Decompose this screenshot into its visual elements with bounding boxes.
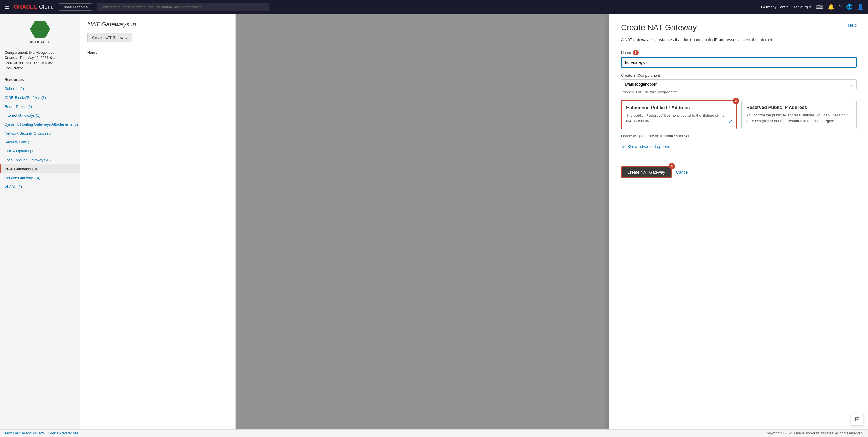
ephemeral-desc: The public IP address' lifetime is bound… xyxy=(626,113,732,124)
reserved-title: Reserved Public IP Address xyxy=(746,105,851,110)
sidebar-item-dynamic-routing[interactable]: Dynamic Routing Gateways Attachments (0) xyxy=(0,120,80,129)
create-button-wrapper: Create NAT Gateway 3 xyxy=(621,167,672,178)
name-badge: 1 xyxy=(633,50,639,56)
oracle-text: ORACLE xyxy=(14,4,37,10)
search-input[interactable] xyxy=(97,3,269,11)
notification-icon[interactable]: 🔔 xyxy=(828,4,834,10)
vcn-status-section: AVAILABLE xyxy=(0,19,80,48)
dialog-title: Create NAT Gateway xyxy=(621,23,697,32)
sidebar-item-nat-gateways[interactable]: NAT Gateways (0) xyxy=(0,165,80,173)
terms-link[interactable]: Terms of Use and Privacy xyxy=(5,431,44,435)
region-selector[interactable]: Germany Central (Frankfurt) ▾ xyxy=(761,5,811,9)
cancel-button[interactable]: Cancel xyxy=(676,170,689,175)
footer-left: Terms of Use and Privacy Cookie Preferen… xyxy=(5,431,78,435)
vcn-ipv6: IPv6 Prefix: - xyxy=(5,66,75,70)
sidebar-item-dhcp-options[interactable]: DHCP Options (1) xyxy=(0,147,80,155)
sidebar: AVAILABLE Compartment: IwanHoogendo... C… xyxy=(0,14,81,437)
resources-heading: Resources xyxy=(0,74,80,84)
ephemeral-ip-option[interactable]: 2 Ephemeral Public IP Address The public… xyxy=(621,100,737,129)
compartment-select[interactable]: IwanHoogendoorn xyxy=(621,79,857,89)
dialog-footer: Create NAT Gateway 3 Cancel xyxy=(621,161,857,178)
compartment-label: Create In Compartment xyxy=(621,73,857,78)
help-icon[interactable]: ? xyxy=(839,4,842,10)
vcn-status-label: AVAILABLE xyxy=(5,40,75,44)
cloud-text: Cloud xyxy=(39,4,54,10)
sidebar-item-vlans[interactable]: VLANs (0) xyxy=(0,182,80,191)
create-nat-gateway-submit-button[interactable]: Create NAT Gateway xyxy=(621,167,672,178)
help-widget-icon: ⊞ xyxy=(855,416,860,423)
vcn-hexagon-icon xyxy=(30,21,50,38)
sidebar-item-local-peering[interactable]: Local Peering Gateways (0) xyxy=(0,155,80,165)
oracle-logo: ORACLE Cloud xyxy=(14,4,54,10)
oracle-generate-text: Oracle will generate an IP address for y… xyxy=(621,134,857,138)
user-avatar[interactable]: 👤 xyxy=(857,4,863,10)
sidebar-item-subnets[interactable]: Subnets (2) xyxy=(0,84,80,93)
show-advanced-options[interactable]: ⚙ Show advanced options xyxy=(621,144,857,149)
main-container: AVAILABLE Compartment: IwanHoogendo... C… xyxy=(0,14,868,437)
vcn-compartment: Compartment: IwanHoogendo... xyxy=(5,51,75,55)
ephemeral-title: Ephemeral Public IP Address xyxy=(626,105,732,110)
compartment-form-group: Create In Compartment IwanHoogendoorn (r… xyxy=(621,73,857,94)
ephemeral-check-icon: ✓ xyxy=(728,119,733,125)
create-badge: 3 xyxy=(669,163,675,169)
content-area: NAT Gateways in... Create NAT Gateway Na… xyxy=(81,14,868,437)
ip-type-form-group: 2 Ephemeral Public IP Address The public… xyxy=(621,100,857,138)
vcn-created: Created: Thu, May 16, 2024, 0... xyxy=(5,56,75,60)
code-icon[interactable]: ⌨ xyxy=(816,4,823,10)
top-navigation: ☰ ORACLE Cloud Cloud Classic > Germany C… xyxy=(0,0,868,14)
dialog-header: Create NAT Gateway Help xyxy=(621,23,857,32)
nat-table-header: Name xyxy=(87,48,228,57)
bottom-bar: Terms of Use and Privacy Cookie Preferen… xyxy=(0,429,868,437)
reserved-ip-option[interactable]: Reserved Public IP Address You control t… xyxy=(741,100,857,129)
nat-gateways-panel: NAT Gateways in... Create NAT Gateway Na… xyxy=(81,14,236,437)
reserved-desc: You control the public IP address' lifet… xyxy=(746,112,851,124)
vcn-ipv4: IPv4 CIDR Block: 172.16.0.0/2... xyxy=(5,61,75,65)
create-nat-gateway-button[interactable]: Create NAT Gateway xyxy=(87,33,132,42)
nav-right-actions: Germany Central (Frankfurt) ▾ ⌨ 🔔 ? 🌐 👤 xyxy=(761,4,863,10)
globe-icon[interactable]: 🌐 xyxy=(846,4,852,10)
advanced-options-icon: ⚙ xyxy=(621,144,625,149)
name-label: Name 1 xyxy=(621,50,857,56)
sidebar-item-network-security[interactable]: Network Security Groups (0) xyxy=(0,129,80,138)
sidebar-item-internet-gateways[interactable]: Internet Gateways (1) xyxy=(0,111,80,120)
dialog-description: A NAT gateway lets instances that don't … xyxy=(621,37,857,43)
compartment-select-wrapper: IwanHoogendoorn xyxy=(621,79,857,89)
sidebar-item-cidr[interactable]: CIDR Blocks/Prefixes (1) xyxy=(0,93,80,102)
cloud-classic-button[interactable]: Cloud Classic > xyxy=(59,3,92,11)
footer-copyright: Copyright © 2024, Oracle and/or its affi… xyxy=(766,431,863,435)
dialog-overlay[interactable]: Create NAT Gateway Help A NAT gateway le… xyxy=(236,14,868,437)
vcn-details: Compartment: IwanHoogendo... Created: Th… xyxy=(0,48,80,74)
gateway-name-input[interactable] xyxy=(621,57,857,67)
cookie-preferences-link[interactable]: Cookie Preferences xyxy=(48,431,78,435)
help-widget[interactable]: ⊞ xyxy=(851,413,863,426)
ip-options-container: 2 Ephemeral Public IP Address The public… xyxy=(621,100,857,129)
sidebar-item-route-tables[interactable]: Route Tables (1) xyxy=(0,102,80,111)
help-link[interactable]: Help xyxy=(848,23,857,28)
sidebar-item-service-gateways[interactable]: Service Gateways (0) xyxy=(0,173,80,182)
name-form-group: Name 1 xyxy=(621,50,857,67)
nat-table-empty xyxy=(87,57,228,66)
sidebar-item-security-lists[interactable]: Security Lists (1) xyxy=(0,138,80,147)
compartment-hint: (root)/NETWORK/IwanHoogendoorn xyxy=(621,90,857,94)
nat-panel-title: NAT Gateways in... xyxy=(87,21,228,28)
create-nat-dialog: Create NAT Gateway Help A NAT gateway le… xyxy=(610,14,868,437)
ip-section-badge: 2 xyxy=(733,98,739,104)
hamburger-menu[interactable]: ☰ xyxy=(5,4,9,10)
